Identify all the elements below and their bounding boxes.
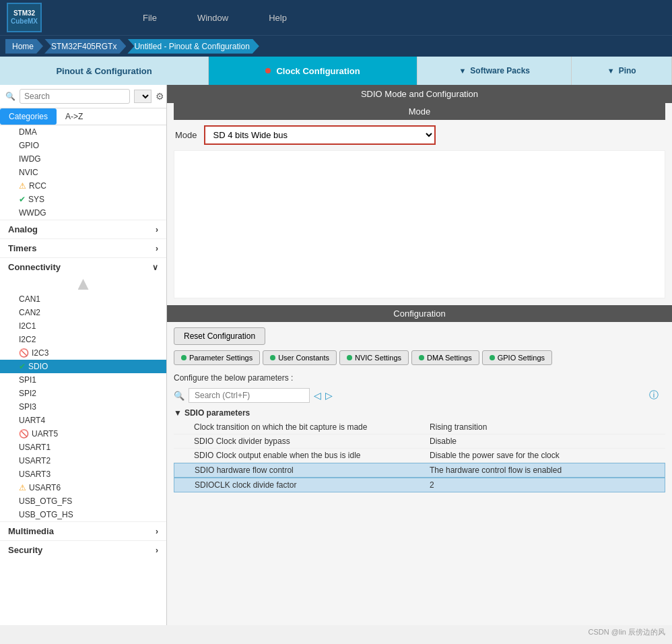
menu-file[interactable]: File [143, 13, 157, 23]
sidebar-section-analog[interactable]: Analog › [0, 220, 166, 238]
param-row-2: SDIO Clock output enable when the bus is… [174, 449, 665, 463]
sidebar-item-i2c3[interactable]: 🚫I2C3 [0, 346, 166, 360]
sidebar-item-can2[interactable]: CAN2 [0, 306, 166, 319]
sidebar-item-gpio[interactable]: GPIO [0, 139, 166, 152]
sidebar-item-usart3[interactable]: USART3 [0, 468, 166, 481]
app-logo: STM32 CubeMX [7, 3, 42, 32]
timers-label: Timers [8, 243, 36, 253]
tab-software-label: Software Packs [470, 66, 530, 75]
connectivity-label: Connectivity [8, 262, 61, 272]
sidebar-item-spi2[interactable]: SPI2 [0, 387, 166, 400]
sidebar-tab-categories[interactable]: Categories [0, 108, 57, 125]
logo-area: STM32 CubeMX [7, 3, 42, 32]
breadcrumb: Home STM32F405RGTx Untitled - Pinout & C… [0, 35, 672, 57]
param-group-sdio: ▼ SDIO parameters [174, 406, 665, 420]
sidebar-item-iwdg[interactable]: IWDG [0, 152, 166, 166]
scroll-up-button[interactable] [78, 279, 89, 290]
reset-configuration-button[interactable]: Reset Configuration [174, 327, 265, 345]
sidebar-section-security[interactable]: Security › [0, 540, 166, 559]
mode-row: Mode SD 4 bits Wide bus [167, 120, 672, 150]
sidebar-item-spi3[interactable]: SPI3 [0, 400, 166, 414]
sidebar-item-usart1[interactable]: USART1 [0, 441, 166, 454]
sidebar-section-multimedia[interactable]: Multimedia › [0, 521, 166, 540]
tab-pino-label: Pino [619, 66, 636, 75]
tab-software[interactable]: ▼ Software Packs [417, 57, 572, 85]
sidebar-item-can1[interactable]: CAN1 [0, 292, 166, 306]
param-name-3: SDIO hardware flow control [188, 465, 430, 475]
sidebar-item-usart6[interactable]: ⚠USART6 [0, 481, 166, 494]
top-menubar: STM32 CubeMX File Window Help [0, 0, 672, 35]
menu-help[interactable]: Help [269, 13, 287, 23]
security-label: Security [8, 545, 42, 555]
param-row-4[interactable]: SDIOCLK clock divide factor 2 [174, 478, 665, 492]
param-value-3: The hardware control flow is enabled [430, 465, 665, 475]
breadcrumb-current[interactable]: Untitled - Pinout & Configuration [127, 39, 259, 54]
config-title: Configuration [167, 305, 672, 322]
pino-arrow: ▼ [607, 67, 615, 75]
logo-cubemx: CubeMX [11, 18, 38, 26]
param-name-1: SDIO Clock divider bypass [187, 437, 430, 446]
multimedia-label: Multimedia [8, 526, 54, 536]
sidebar-item-usart2[interactable]: USART2 [0, 454, 166, 468]
sidebar-item-nvic[interactable]: NVIC [0, 166, 166, 179]
menu-items: File Window Help [143, 13, 287, 23]
info-icon[interactable]: ⓘ [649, 389, 659, 401]
sidebar-item-wwdg[interactable]: WWDG [0, 206, 166, 220]
gpio-settings-label: GPIO Settings [498, 354, 545, 362]
check-icon-sys: ✔ [19, 195, 26, 204]
sidebar-section-connectivity[interactable]: Connectivity ∨ [0, 257, 166, 276]
param-settings-label: Parameter Settings [189, 354, 253, 362]
sidebar-item-usb-otg-fs[interactable]: USB_OTG_FS [0, 494, 166, 508]
sidebar-item-spi1[interactable]: SPI1 [0, 373, 166, 387]
tab-nvic-settings[interactable]: NVIC Settings [339, 350, 409, 365]
configure-label: Configure the below parameters : [167, 371, 672, 385]
sidebar-item-dma[interactable]: DMA [0, 125, 166, 139]
search-sm-icon: 🔍 [174, 391, 184, 401]
user-constants-dot [270, 355, 275, 360]
gpio-settings-dot [490, 355, 495, 360]
sidebar-item-usb-otg-hs[interactable]: USB_OTG_HS [0, 508, 166, 521]
menu-window[interactable]: Window [197, 13, 228, 23]
gear-icon[interactable]: ⚙ [156, 91, 164, 102]
sidebar-section-timers[interactable]: Timers › [0, 238, 166, 257]
mode-select-dropdown[interactable]: SD 4 bits Wide bus [205, 127, 434, 143]
group-collapse-icon[interactable]: ▼ [174, 408, 182, 418]
nvic-settings-label: NVIC Settings [355, 354, 401, 362]
param-settings-dot [181, 355, 187, 360]
param-group-label-text: SDIO parameters [184, 408, 250, 418]
param-value-0: Rising transition [430, 422, 665, 432]
tab-gpio-settings[interactable]: GPIO Settings [482, 350, 552, 365]
breadcrumb-device[interactable]: STM32F405RGTx [44, 39, 126, 54]
nav-prev-icon[interactable]: ◁ [314, 390, 321, 401]
sidebar: 🔍 ⚙ Categories A->Z DMA GPIO IWDG NVIC ⚠… [0, 85, 167, 625]
tab-clock[interactable]: Clock Configuration [209, 57, 417, 85]
sidebar-item-uart5[interactable]: 🚫UART5 [0, 427, 166, 441]
main-layout: 🔍 ⚙ Categories A->Z DMA GPIO IWDG NVIC ⚠… [0, 85, 672, 625]
disabled-icon-i2c3: 🚫 [19, 348, 29, 358]
tab-pinout[interactable]: Pinout & Configuration [0, 57, 209, 85]
sidebar-item-uart4[interactable]: UART4 [0, 414, 166, 427]
nav-next-icon[interactable]: ▷ [325, 390, 333, 401]
breadcrumb-home[interactable]: Home [5, 39, 43, 54]
tab-parameter-settings[interactable]: Parameter Settings [174, 350, 260, 365]
tab-user-constants[interactable]: User Constants [263, 350, 337, 365]
sidebar-search-input[interactable] [20, 89, 130, 104]
logo-stm32: STM32 [13, 9, 35, 18]
sidebar-item-sys[interactable]: ✔SYS [0, 193, 166, 206]
check-icon-sdio: ✔ [19, 362, 26, 371]
sidebar-item-sdio[interactable]: ✔SDIO [0, 360, 166, 373]
sidebar-tabs: Categories A->Z [0, 108, 166, 125]
mode-section-label: Mode [174, 103, 665, 120]
sidebar-item-i2c2[interactable]: I2C2 [0, 333, 166, 346]
tab-dma-settings[interactable]: DMA Settings [411, 350, 479, 365]
sidebar-dropdown[interactable] [134, 90, 152, 103]
sidebar-tab-az[interactable]: A->Z [57, 108, 92, 125]
param-value-2: Disable the power save for the clock [430, 451, 665, 460]
sidebar-item-rcc[interactable]: ⚠RCC [0, 179, 166, 193]
tab-clock-label: Clock Configuration [276, 66, 360, 76]
param-name-0: Clock transition on which the bit captur… [187, 422, 430, 432]
sidebar-item-i2c1[interactable]: I2C1 [0, 319, 166, 333]
param-row-3[interactable]: SDIO hardware flow control The hardware … [174, 463, 665, 478]
param-search-input[interactable] [189, 388, 310, 403]
tab-pino[interactable]: ▼ Pino [572, 57, 672, 85]
